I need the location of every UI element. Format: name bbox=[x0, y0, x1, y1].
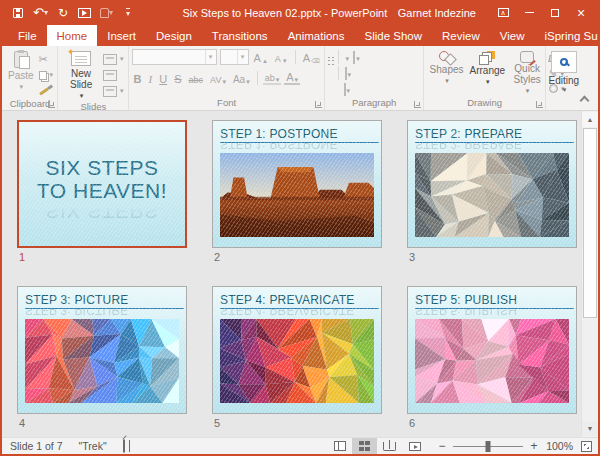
new-slide-button[interactable]: New Slide▾ bbox=[61, 48, 101, 101]
text-direction-icon bbox=[353, 51, 355, 64]
shapes-button[interactable]: Shapes▾ bbox=[427, 48, 467, 86]
zoom-out-button[interactable]: − bbox=[437, 440, 447, 452]
font-name-select[interactable]: ▾ bbox=[132, 49, 217, 65]
change-case-button[interactable]: Aa▾ bbox=[231, 71, 252, 85]
title-slide-content: SIX STEPS TO HEAVEN!SIX STEPS TO HEAVEN! bbox=[19, 122, 185, 246]
tab-slide-show[interactable]: Slide Show bbox=[355, 25, 433, 46]
slide-heading: STEP 3: PICTURE bbox=[25, 293, 184, 309]
format-painter-button[interactable] bbox=[39, 84, 54, 98]
line-spacing-button[interactable]: ▾ bbox=[345, 52, 350, 63]
zoom-in-button[interactable]: + bbox=[529, 440, 539, 452]
zoom-slider[interactable] bbox=[453, 446, 523, 447]
font-name-dropdown-arrow[interactable]: ▾ bbox=[205, 50, 216, 64]
slide-sorter-view-button[interactable] bbox=[352, 438, 377, 454]
font-dialog-launcher[interactable] bbox=[315, 101, 322, 108]
slide-thumbnail-4[interactable]: STEP 3: PICTURESTEP 3: PICTURE bbox=[17, 286, 187, 414]
close-button[interactable]: × bbox=[568, 0, 594, 25]
ribbon-display-options-button[interactable]: ∧ bbox=[490, 0, 516, 25]
slide-cell: SIX STEPS TO HEAVEN!SIX STEPS TO HEAVEN!… bbox=[17, 120, 187, 286]
save-button[interactable] bbox=[12, 5, 24, 21]
slide-layout-button[interactable]: ▾ bbox=[103, 52, 124, 66]
cut-button[interactable] bbox=[39, 52, 54, 66]
reset-slide-button[interactable] bbox=[103, 68, 124, 82]
text-direction-button[interactable]: ▾ bbox=[353, 52, 360, 63]
account-name[interactable]: Garnet Indezine bbox=[398, 7, 476, 19]
zoom-slider-thumb[interactable] bbox=[486, 441, 491, 452]
undo-button[interactable]: ▾ bbox=[33, 5, 48, 21]
content-slide: STEP 2: PREPARESTEP 2: PREPARE bbox=[408, 121, 576, 247]
align-text-button[interactable]: ▾ bbox=[345, 68, 352, 79]
italic-button[interactable]: I bbox=[147, 71, 155, 85]
font-color-button[interactable]: A▾ bbox=[284, 71, 300, 85]
font-size-select[interactable]: ▾ bbox=[220, 49, 249, 65]
underline-button[interactable]: U bbox=[157, 71, 169, 85]
fit-to-window-button[interactable] bbox=[581, 441, 592, 452]
copy-button[interactable]: ▾ bbox=[39, 68, 54, 82]
maximize-button[interactable] bbox=[542, 0, 568, 25]
scroll-up-arrow[interactable]: ▲ bbox=[582, 112, 598, 127]
font-size-dropdown-arrow[interactable]: ▾ bbox=[237, 50, 248, 64]
normal-view-button[interactable] bbox=[327, 438, 352, 454]
reading-view-button[interactable] bbox=[377, 438, 402, 454]
highlight-color-button[interactable]: ab▾ bbox=[263, 71, 282, 85]
slide-thumbnail-5[interactable]: STEP 4: PREVARICATESTEP 4: PREVARICATE bbox=[212, 286, 382, 414]
quick-styles-button[interactable]: Quick Styles▾ bbox=[508, 48, 546, 96]
minimize-button[interactable] bbox=[516, 0, 542, 25]
tab-home[interactable]: Home bbox=[47, 25, 98, 46]
tab-file[interactable]: File bbox=[8, 25, 47, 46]
slide-heading: STEP 5: PUBLISH bbox=[415, 293, 574, 309]
bold-button[interactable]: B bbox=[132, 71, 144, 85]
tab-view[interactable]: View bbox=[490, 25, 535, 46]
touch-mode-icon bbox=[100, 8, 109, 18]
spell-check-button[interactable] bbox=[123, 440, 125, 452]
tab-review[interactable]: Review bbox=[432, 25, 490, 46]
content-slide: STEP 3: PICTURESTEP 3: PICTURE bbox=[18, 287, 186, 413]
shapes-icon bbox=[439, 51, 455, 64]
arrange-icon bbox=[479, 51, 495, 65]
paragraph-dialog-launcher[interactable] bbox=[414, 101, 421, 108]
arrange-button[interactable]: Arrange▾ bbox=[467, 48, 509, 87]
tab-insert[interactable]: Insert bbox=[97, 25, 146, 46]
vertical-scrollbar[interactable]: ▲ ▼ bbox=[581, 111, 598, 437]
slide-thumbnail-2[interactable]: STEP 1: POSTPONESTEP 1: POSTPONE bbox=[212, 120, 382, 248]
tab-transitions[interactable]: Transitions bbox=[202, 25, 278, 46]
tab-label: Animations bbox=[288, 30, 345, 42]
undo-dropdown-arrow[interactable]: ▾ bbox=[44, 9, 48, 17]
redo-button[interactable] bbox=[57, 5, 69, 21]
zoom-level[interactable]: 100% bbox=[539, 440, 573, 452]
slide-grid: SIX STEPS TO HEAVEN!SIX STEPS TO HEAVEN!… bbox=[17, 120, 577, 437]
touch-mode-dropdown-arrow[interactable]: ▾ bbox=[109, 9, 113, 17]
clear-formatting-button[interactable]: A⌫ bbox=[301, 50, 322, 64]
strikethrough-button[interactable]: abc bbox=[187, 71, 206, 85]
editing-button[interactable]: Editing ▾ bbox=[549, 48, 580, 94]
powerpoint-window: ▾ ▾ ▾ Six Steps to Heaven 02.pptx - Powe… bbox=[0, 0, 600, 456]
tab-label: Insert bbox=[107, 30, 136, 42]
slide-show-button[interactable] bbox=[402, 438, 427, 454]
slide-thumbnail-1[interactable]: SIX STEPS TO HEAVEN!SIX STEPS TO HEAVEN! bbox=[17, 120, 187, 248]
touch-mouse-mode-button[interactable]: ▾ bbox=[100, 5, 113, 21]
slide-indicator[interactable]: Slide 1 of 7 bbox=[10, 440, 63, 452]
slide-thumbnail-6[interactable]: STEP 5: PUBLISHSTEP 5: PUBLISH bbox=[407, 286, 577, 414]
paste-button[interactable]: Paste▾ bbox=[5, 48, 37, 92]
slide-heading-reflection: STEP 5: PUBLISH bbox=[415, 309, 574, 317]
slide-heading-reflection: STEP 3: PICTURE bbox=[25, 309, 184, 317]
slide-cell: STEP 1: POSTPONESTEP 1: POSTPONE2 bbox=[212, 120, 382, 286]
customize-quick-access-toolbar-button[interactable]: ▾ bbox=[122, 5, 134, 21]
convert-to-smartart-button[interactable]: ▾ bbox=[344, 84, 351, 95]
theme-name[interactable]: "Trek" bbox=[79, 440, 107, 452]
decrease-font-size-button[interactable]: A▼ bbox=[273, 50, 290, 64]
tab-ispring-suite-8[interactable]: iSpring Suite 8 bbox=[535, 25, 600, 46]
character-spacing-button[interactable]: AV▾ bbox=[208, 71, 228, 85]
slide-thumbnail-3[interactable]: STEP 2: PREPARESTEP 2: PREPARE bbox=[407, 120, 577, 248]
start-from-beginning-button[interactable] bbox=[78, 5, 91, 21]
section-button[interactable]: ▾ bbox=[103, 84, 124, 98]
increase-font-size-button[interactable]: A▲ bbox=[252, 50, 270, 64]
clipboard-dialog-launcher[interactable] bbox=[48, 101, 55, 108]
tab-animations[interactable]: Animations bbox=[278, 25, 355, 46]
scrollbar-thumb[interactable] bbox=[583, 128, 597, 318]
text-shadow-button[interactable]: S bbox=[172, 71, 183, 85]
scroll-down-arrow[interactable]: ▼ bbox=[582, 421, 598, 436]
drawing-dialog-launcher[interactable] bbox=[536, 101, 543, 108]
start-from-beginning-icon bbox=[78, 8, 91, 18]
tab-design[interactable]: Design bbox=[146, 25, 202, 46]
